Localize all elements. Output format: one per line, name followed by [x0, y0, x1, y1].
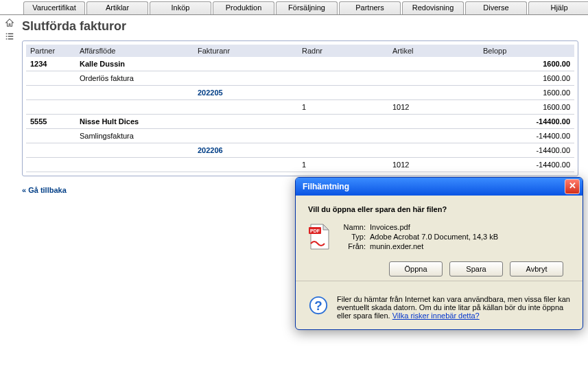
file-download-dialog: Filhämtning ✕ Vill du öppna eller spara … [295, 177, 583, 330]
type-value: Adobe Acrobat 7.0 Document, 14,3 kB [370, 233, 498, 241]
group-row: 1234 Kalle Dussin 1600.00 [26, 57, 574, 71]
cell-name: Nisse Hult Dices [75, 115, 479, 129]
cell-amount: -14400.00 [479, 115, 574, 129]
name-label: Namn: [341, 223, 366, 231]
cell-amount: 1600.00 [479, 100, 574, 115]
list-icon[interactable] [4, 32, 15, 41]
app-window: { "tabs": ["Varucertifikat", "Artiklar",… [0, 0, 588, 365]
invoice-table: Partner Affärsflöde Fakturanr Radnr Arti… [26, 45, 574, 172]
svg-text:?: ? [314, 298, 322, 313]
main-tabs: Varucertifikat Artiklar Inköp Produktion… [0, 0, 588, 14]
line-row: 1 1012 -14400.00 [26, 158, 574, 172]
cell-amount: -14400.00 [479, 129, 574, 143]
tab-diverse[interactable]: Diverse [465, 1, 527, 14]
col-partner: Partner [26, 45, 75, 57]
invoice-panel: Partner Affärsflöde Fakturanr Radnr Arti… [22, 40, 578, 176]
name-value: Invoices.pdf [370, 223, 410, 231]
cell-row: 1 [298, 100, 388, 115]
cell-article: 1012 [388, 100, 479, 115]
save-button[interactable]: Spara [449, 261, 503, 276]
cell-amount: -14400.00 [479, 158, 574, 172]
invoice-row: 202206 -14400.00 [26, 143, 574, 158]
line-row: 1 1012 1600.00 [26, 100, 574, 115]
dialog-title: Filhämtning [303, 182, 565, 191]
group-row: 5555 Nisse Hult Dices -14400.00 [26, 115, 574, 129]
open-button[interactable]: Öppna [389, 261, 443, 276]
home-icon[interactable] [4, 18, 15, 27]
table-header-row: Partner Affärsflöde Fakturanr Radnr Arti… [26, 45, 574, 57]
cell-partner: 5555 [26, 115, 75, 129]
question-shield-icon: ? [308, 295, 329, 316]
cell-amount: 1600.00 [479, 71, 574, 86]
col-row: Radnr [298, 45, 388, 57]
left-rail [0, 15, 19, 194]
cell-flow: Samlingsfaktura [75, 129, 479, 143]
cell-article: 1012 [388, 158, 479, 172]
svg-rect-3 [8, 36, 14, 37]
cell-name: Kalle Dussin [75, 57, 479, 71]
tab-produktion[interactable]: Produktion [213, 1, 274, 14]
cell-amount: 1600.00 [479, 86, 574, 100]
cell-flow: Orderlös faktura [75, 71, 479, 86]
close-icon[interactable]: ✕ [565, 179, 580, 194]
cell-row: 1 [298, 158, 388, 172]
svg-rect-5 [8, 38, 14, 40]
dialog-footer: ? Filer du hämtar från Internet kan vara… [296, 288, 583, 329]
col-invoice: Fakturanr [193, 45, 298, 57]
tab-inkop[interactable]: Inköp [150, 1, 211, 14]
from-value: munin.exder.net [370, 242, 423, 250]
dialog-question: Vill du öppna eller spara den här filen? [308, 205, 570, 213]
col-article: Artikel [388, 45, 479, 57]
risk-link[interactable]: Vilka risker innebär detta? [392, 311, 480, 320]
cell-amount: -14400.00 [479, 143, 574, 158]
svg-rect-2 [6, 36, 8, 37]
tab-forsaljning[interactable]: Försäljning [276, 1, 338, 14]
flow-row: Orderlös faktura 1600.00 [26, 71, 574, 86]
back-link[interactable]: « Gå tillbaka [22, 186, 67, 194]
body-area: Slutförda fakturor Partner Affärsflöde F… [0, 14, 588, 194]
dialog-buttons: Öppna Spara Avbryt [308, 261, 570, 276]
tab-artiklar[interactable]: Artiklar [86, 1, 148, 14]
flow-row: Samlingsfaktura -14400.00 [26, 129, 574, 143]
file-properties: Namn:Invoices.pdf Typ:Adobe Acrobat 7.0 … [341, 223, 498, 252]
dialog-titlebar: Filhämtning ✕ [296, 178, 583, 196]
invoice-row: 202205 1600.00 [26, 86, 574, 100]
svg-rect-0 [6, 34, 8, 35]
invoice-link[interactable]: 202205 [198, 89, 223, 97]
page-title: Slutförda fakturor [22, 19, 578, 34]
main-content: Slutförda fakturor Partner Affärsflöde F… [19, 15, 588, 194]
tab-partners[interactable]: Partners [339, 1, 401, 14]
col-amount: Belopp [479, 45, 574, 57]
from-label: Från: [341, 242, 366, 250]
footer-text: Filer du hämtar från Internet kan vara a… [337, 295, 570, 320]
svg-rect-1 [8, 34, 14, 35]
svg-text:PDF: PDF [310, 228, 320, 233]
tab-varucertifikat[interactable]: Varucertifikat [23, 1, 85, 14]
cell-partner: 1234 [26, 57, 75, 71]
cancel-button[interactable]: Avbryt [510, 261, 563, 276]
invoice-link[interactable]: 202206 [198, 146, 223, 154]
dialog-body: Vill du öppna eller spara den här filen?… [296, 196, 583, 288]
pdf-icon: PDF [308, 223, 330, 250]
type-label: Typ: [341, 233, 366, 241]
divider [296, 281, 583, 281]
col-flow: Affärsflöde [75, 45, 193, 57]
file-info: PDF Namn:Invoices.pdf Typ:Adobe Acrobat … [308, 223, 570, 252]
svg-rect-4 [6, 38, 8, 40]
tab-hjalp[interactable]: Hjälp [528, 1, 588, 14]
cell-amount: 1600.00 [479, 57, 574, 71]
tab-redovisning[interactable]: Redovisning [402, 1, 464, 14]
